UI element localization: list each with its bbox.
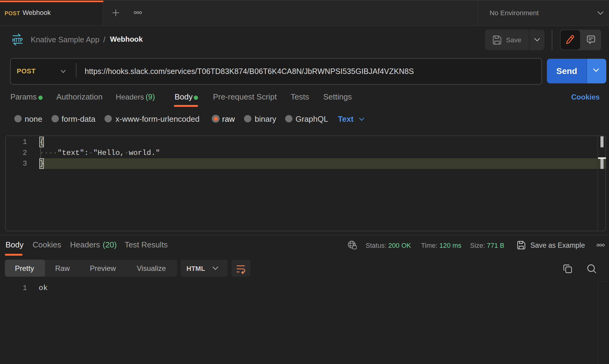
svg-text:HTTP: HTTP	[12, 37, 23, 43]
